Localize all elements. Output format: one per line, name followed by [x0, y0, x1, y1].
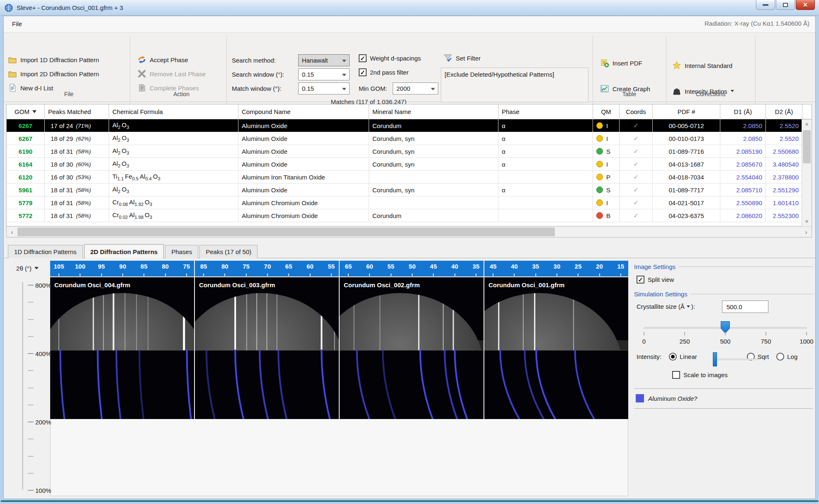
diffraction-panel[interactable]: Corundum Osci_004.gfrm [50, 277, 194, 419]
ruler-tick-mark [535, 274, 536, 276]
scroll-down-icon[interactable]: ˅ [802, 216, 812, 226]
column-header-label: PDF # [678, 108, 695, 115]
ruler-tick-mark [122, 274, 123, 276]
table-hscrollbar[interactable]: ‹ › [7, 226, 812, 237]
column-header-phase[interactable]: Phase [498, 104, 593, 119]
button-remove-last-phase[interactable]: Remove Last Phase [137, 68, 206, 80]
two-theta-axis-selector[interactable]: 2θ (°) [5, 260, 49, 276]
peaks-matched-percent: (71%) [76, 123, 91, 129]
table-vscrollbar[interactable]: ˄ ˅ [802, 119, 812, 226]
scroll-left-icon[interactable]: ‹ [7, 227, 17, 237]
chevron-down-icon [431, 88, 435, 90]
column-header-compound-name[interactable]: Compound Name [238, 104, 369, 119]
button-import-1d-diffraction-pattern[interactable]: Import 1D Diffraction Pattern [8, 53, 99, 66]
d1-value: 2.0850 [724, 135, 762, 142]
radio-icon [669, 353, 677, 361]
table-row[interactable]: 626717 of 24(71%)Al2O3Aluminum OxideCoru… [7, 119, 812, 132]
table-row[interactable]: 626718 of 29(62%)Al2O3Aluminum OxideCoru… [7, 132, 812, 145]
set-filter-button[interactable]: Set Filter [443, 52, 481, 64]
close-button[interactable]: ✕ [796, 0, 815, 10]
button-accept-phase[interactable]: Accept Phase [137, 53, 188, 66]
search-method-value: Hanawalt [302, 57, 328, 64]
toolbar-button-label: Complete Phases [150, 85, 199, 92]
table-cell: 3.480540 [766, 158, 802, 170]
peaks-matched-value: 18 of 30 [51, 161, 73, 168]
tab-phases[interactable]: Phases [165, 245, 198, 258]
column-header-d1-[interactable]: D1 (Å) [720, 104, 766, 119]
table-cell [498, 171, 593, 183]
button-insert-pdf[interactable]: Insert PDF [600, 57, 642, 69]
filter-expression-box[interactable]: [Exclude Deleted/Hypothetical Patterns] [441, 68, 588, 102]
ruler-tick-mark [578, 274, 578, 276]
ruler-tick-mark [433, 274, 434, 276]
column-header-d2-[interactable]: D2 (Å) [766, 104, 802, 119]
ruler-tick-mark [412, 274, 413, 276]
intensity-option-log[interactable]: Log [776, 353, 797, 361]
table-row[interactable]: 612016 of 30(53%)Ti1.1Fe0.5Al0.4O3Alumin… [7, 171, 812, 184]
table-row[interactable]: 616418 of 30(60%)Al2O3Aluminum OxideCoru… [7, 158, 812, 171]
button-internal-standard[interactable]: Internal Standard [672, 59, 732, 72]
intensity-option-linear[interactable]: Linear [669, 353, 697, 361]
table-cell: 6267 [7, 132, 45, 145]
table-row[interactable]: 577918 of 31(58%)Cr0.08Al1.92O3Aluminum … [7, 196, 812, 209]
column-header-coords[interactable]: Coords [620, 104, 653, 119]
phase-legend-item[interactable]: Aluminum Oxide? [636, 394, 697, 402]
column-header-label: D2 (Å) [775, 108, 793, 115]
minimize-button[interactable] [756, 0, 775, 10]
d1-value: 2.550890 [724, 199, 762, 206]
coords-check-icon: ✓ [623, 122, 649, 129]
diffraction-panel[interactable]: Corundum Osci_001.gfrm [484, 277, 628, 419]
hscroll-thumb[interactable] [17, 228, 555, 236]
maximize-button[interactable] [776, 0, 795, 10]
column-header-gom[interactable]: GOM [7, 104, 45, 119]
qm-letter: P [606, 174, 610, 181]
chevron-down-icon[interactable] [687, 305, 690, 308]
scroll-right-icon[interactable]: › [801, 227, 812, 237]
tab-peaks-17-of-50-[interactable]: Peaks (17 of 50) [199, 245, 258, 258]
scroll-up-icon[interactable]: ˄ [802, 119, 812, 129]
second-pass-filter-checkbox[interactable]: 2nd pass filter [359, 68, 408, 76]
search-window-input[interactable]: 0.15 [298, 68, 350, 80]
group-label-action: Action [136, 91, 226, 97]
diffraction-image [484, 277, 628, 419]
match-window-input[interactable]: 0.15 [298, 82, 350, 94]
ruler-tick-label: 50 [405, 263, 419, 270]
column-header-qm[interactable]: QM [593, 104, 620, 119]
weight-d-spacings-checkbox[interactable]: Weight d-spacings [359, 54, 421, 62]
slider-tick-mark [766, 332, 766, 335]
diffraction-panel[interactable]: Corundum Osci_003.gfrm [195, 277, 339, 419]
table-row[interactable]: 619018 of 31(58%)Al2O3Aluminum OxideCoru… [7, 145, 812, 158]
diffraction-panel[interactable]: Corundum Osci_002.gfrm [340, 277, 484, 419]
column-header-pdf-[interactable]: PDF # [653, 104, 720, 119]
scale-to-images-checkbox[interactable]: Scale to images [672, 371, 728, 379]
split-view-checkbox[interactable]: Split view [637, 276, 674, 284]
mineral-name: Corundum, syn [372, 148, 415, 155]
column-header-label: Chemical Formula [112, 108, 163, 115]
chevron-down-icon [342, 88, 346, 90]
ruler-tick-label: 105 [52, 263, 66, 270]
mineral-name: Corundum, syn [372, 135, 415, 142]
table-row[interactable]: 577218 of 31(58%)Cr0.02Al1.98O3Aluminum … [7, 209, 812, 222]
table-row[interactable]: 596118 of 31(58%)Al2O3Aluminum OxideCoru… [7, 184, 812, 196]
tab-2d-diffraction-patterns[interactable]: 2D Diffraction Patterns [84, 244, 164, 258]
column-header-peaks-matched[interactable]: Peaks Matched [45, 104, 109, 119]
menu-file[interactable]: File [9, 19, 25, 28]
crystallite-size-input[interactable]: 500.0 [722, 300, 768, 313]
intensity-slider-handle[interactable] [713, 352, 717, 366]
window-title: Sleve+ - Corundum Osci_001.gfrm + 3 [17, 4, 123, 11]
table-cell: Cr0.02Al1.98O3 [109, 209, 238, 222]
coords-check-icon: ✓ [623, 160, 649, 168]
zoom-slider-track[interactable] [22, 282, 23, 489]
min-gom-input[interactable]: 2000 [393, 82, 438, 94]
tab-1d-diffraction-patterns[interactable]: 1D Diffraction Patterns [8, 245, 83, 258]
intensity-slider-track[interactable] [713, 359, 758, 360]
column-header-chemical-formula[interactable]: Chemical Formula [109, 104, 238, 119]
panel-filename: Corundum Osci_004.gfrm [54, 281, 130, 288]
table-cell: 00-010-0173 [653, 132, 720, 145]
column-header-mineral-name[interactable]: Mineral Name [369, 104, 498, 119]
search-method-select[interactable]: Hanawalt [298, 54, 350, 66]
vscroll-thumb[interactable] [803, 130, 811, 163]
button-import-2d-diffraction-pattern[interactable]: Import 2D Diffraction Pattern [8, 68, 99, 80]
qm-status-icon [596, 148, 603, 155]
toolbar-button-label: Accept Phase [150, 56, 188, 63]
